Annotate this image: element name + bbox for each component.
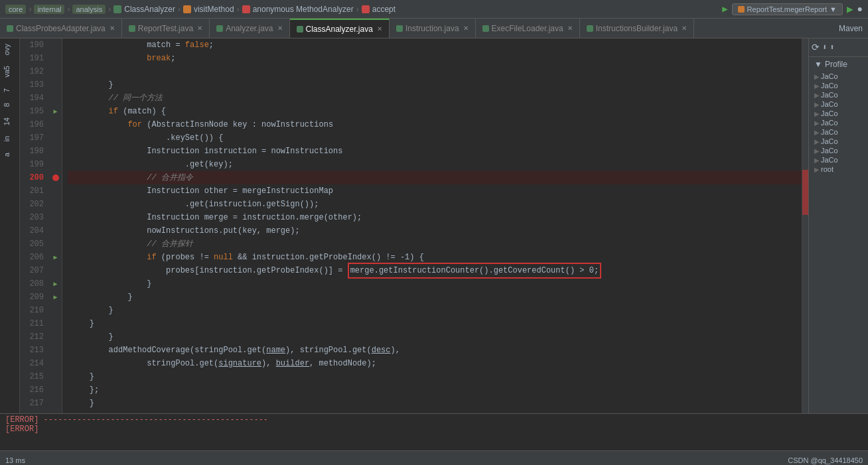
maven-item-8[interactable]: ▶ JaCo xyxy=(812,137,868,146)
sidebar-tool-icon-1[interactable]: ⟳ xyxy=(812,42,820,53)
gutter: ▶ ▶ ▶ ▶ xyxy=(49,38,62,413)
gutter-193 xyxy=(49,78,62,92)
tab-classanalyzer[interactable]: ClassAnalyzer.java ✕ xyxy=(290,19,390,38)
maven-arrow-root: ▶ xyxy=(814,166,820,173)
gutter-202 xyxy=(49,198,62,211)
breakpoint-200[interactable] xyxy=(52,174,59,181)
gutter-205 xyxy=(49,237,62,251)
gutter-215 xyxy=(49,370,62,383)
code-line-214: stringPool.get(signature), builder, meth… xyxy=(68,357,802,370)
breadcrumb-analysis[interactable]: analysis xyxy=(72,5,106,14)
breadcrumb-visitmethod[interactable]: visitMethod xyxy=(194,5,234,14)
maven-arrow-9: ▶ xyxy=(814,147,820,155)
tab-close-classanalyzer[interactable]: ✕ xyxy=(377,25,382,33)
breadcrumb-sep-4: › xyxy=(178,5,181,14)
maven-item-6[interactable]: ▶ JaCo xyxy=(812,118,868,127)
maven-item-label-7: JaCo xyxy=(821,128,838,136)
editor-area: 190 191 192 193 194 195 196 197 198 199 … xyxy=(20,38,808,413)
top-bar: core › internal › analysis › ClassAnalyz… xyxy=(0,0,868,19)
code-line-211: } xyxy=(68,317,802,330)
maven-item-9[interactable]: ▶ JaCo xyxy=(812,146,868,155)
breadcrumb-internal[interactable]: internal xyxy=(34,5,64,14)
maven-expand-icon[interactable]: ▼ xyxy=(814,60,822,69)
run-button[interactable]: ▶ xyxy=(847,3,853,16)
code-line-195: if (match) { xyxy=(68,105,802,118)
debug-button[interactable]: ● xyxy=(857,4,863,15)
code-line-194: // 同一个方法 xyxy=(68,92,802,105)
gutter-200-breakpoint[interactable] xyxy=(49,171,62,184)
run-config-button[interactable]: ReportTest.megerReport ▼ xyxy=(732,3,843,15)
maven-item-3[interactable]: ▶ JaCo xyxy=(812,90,868,100)
right-sidebar: ⟳ ⬇ ⬆ ▼ Profile ▶ JaCo ▶ JaCo ▶ JaCo xyxy=(808,38,868,413)
breadcrumb-sep-5: › xyxy=(237,5,240,14)
tab-close-instructionsbuilder[interactable]: ✕ xyxy=(682,25,687,32)
breadcrumb-anon[interactable]: anonymous MethodAnalyzer xyxy=(253,5,354,14)
maven-arrow-10: ▶ xyxy=(814,157,820,164)
tab-icon-instructionsbuilder xyxy=(587,25,593,32)
maven-arrow-8: ▶ xyxy=(814,138,820,145)
gutter-191 xyxy=(49,52,62,65)
maven-items: ▶ JaCo ▶ JaCo ▶ JaCo ▶ JaCo ▶ JaCo xyxy=(809,72,868,174)
gutter-216 xyxy=(49,383,62,397)
tab-instruction[interactable]: Instruction.java ✕ xyxy=(390,19,476,38)
breadcrumb-core[interactable]: core xyxy=(5,5,26,14)
maven-arrow-5: ▶ xyxy=(814,110,820,117)
dropdown-icon: ▼ xyxy=(830,5,837,13)
left-panel-7: 7 xyxy=(0,83,19,98)
code-line-198: Instruction instruction = nowInstruction… xyxy=(68,145,802,158)
maven-item-label-root: root xyxy=(821,165,833,173)
tab-label-instructionsbuilder: InstructionsBuilder.java xyxy=(596,24,678,33)
tab-reporttest[interactable]: ReportTest.java ✕ xyxy=(122,19,210,38)
tab-classprobesadapter[interactable]: ClassProbesAdapter.java ✕ xyxy=(0,19,122,38)
maven-item-label-3: JaCo xyxy=(821,91,838,99)
code-line-205: // 合并探针 xyxy=(68,237,802,251)
left-panel-14: 14 xyxy=(0,112,19,131)
tab-execfileloader[interactable]: ExecFileLoader.java ✕ xyxy=(476,19,580,38)
maven-item-7[interactable]: ▶ JaCo xyxy=(812,127,868,137)
status-watermark: CSDN @qq_34418450 xyxy=(788,456,863,464)
code-line-212: } xyxy=(68,330,802,344)
breadcrumb-classanalyzer[interactable]: ClassAnalyzer xyxy=(124,5,175,14)
gutter-206: ▶ xyxy=(49,251,62,264)
run-config-icon xyxy=(738,6,745,13)
tab-label-classanalyzer: ClassAnalyzer.java xyxy=(306,25,373,34)
gutter-192 xyxy=(49,65,62,78)
status-right: CSDN @qq_34418450 xyxy=(788,456,863,464)
scroll-strip[interactable] xyxy=(802,38,808,413)
tab-close-execfileloader[interactable]: ✕ xyxy=(567,25,573,32)
code-line-192 xyxy=(68,65,802,78)
maven-item-label-4: JaCo xyxy=(821,100,838,108)
tab-label-instruction: Instruction.java xyxy=(405,24,459,33)
sidebar-tool-icon-3[interactable]: ⬆ xyxy=(830,42,834,52)
tab-close-reporttest[interactable]: ✕ xyxy=(197,25,202,32)
breadcrumb-accept-icon xyxy=(362,5,370,13)
maven-title-label: Profile xyxy=(825,60,847,69)
maven-item-root[interactable]: ▶ root xyxy=(812,165,868,174)
tab-label-analyzer: Analyzer.java xyxy=(226,24,273,33)
sidebar-tool-icon-2[interactable]: ⬇ xyxy=(822,42,827,52)
breadcrumb-accept[interactable]: accept xyxy=(372,5,396,14)
log-line-2: [ERROR] xyxy=(5,425,863,434)
tab-close-instruction[interactable]: ✕ xyxy=(463,25,469,32)
tab-icon-classprobesadapter xyxy=(7,25,13,32)
maven-arrow-2: ▶ xyxy=(814,82,820,90)
breadcrumb-sep-1: › xyxy=(29,5,31,14)
maven-item-1[interactable]: ▶ JaCo xyxy=(812,72,868,81)
maven-item-10[interactable]: ▶ JaCo xyxy=(812,155,868,165)
maven-item-label-6: JaCo xyxy=(821,119,838,127)
tab-instructionsbuilder[interactable]: InstructionsBuilder.java ✕ xyxy=(580,19,694,38)
maven-item-2[interactable]: ▶ JaCo xyxy=(812,81,868,90)
breadcrumb-sep-3: › xyxy=(108,5,111,14)
gutter-212 xyxy=(49,330,62,344)
status-bar: 13 ms CSDN @qq_34418450 xyxy=(0,450,868,465)
tab-analyzer[interactable]: Analyzer.java ✕ xyxy=(210,19,289,38)
navigation-back-icon[interactable]: ▶ xyxy=(722,3,727,15)
maven-item-5[interactable]: ▶ JaCo xyxy=(812,109,868,118)
tab-close-analyzer[interactable]: ✕ xyxy=(277,25,283,32)
tab-close-classprobesadapter[interactable]: ✕ xyxy=(109,25,115,32)
code-line-217: } xyxy=(68,397,802,410)
maven-item-4[interactable]: ▶ JaCo xyxy=(812,100,868,109)
maven-label-top: Maven xyxy=(839,19,868,38)
code-content[interactable]: match = false; break; } // 同一个方法 xyxy=(62,38,802,413)
maven-item-label-8: JaCo xyxy=(821,137,838,145)
